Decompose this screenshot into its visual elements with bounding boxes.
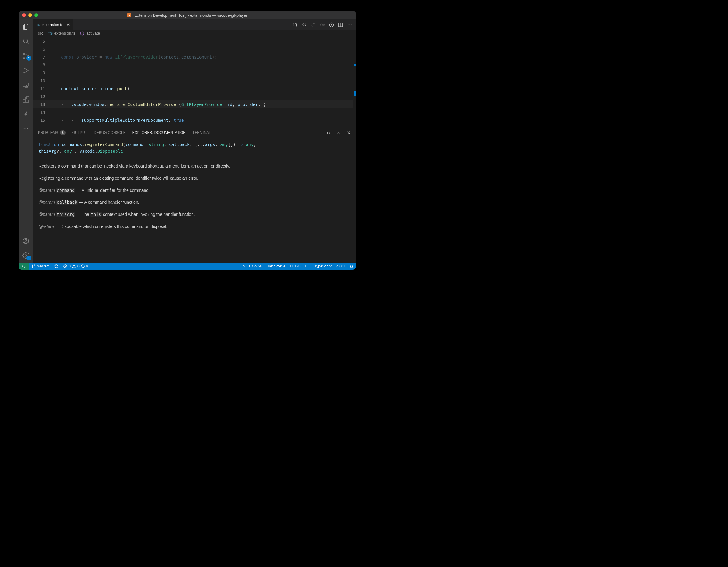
svg-point-2 (23, 57, 25, 59)
breadcrumb-file[interactable]: extension.ts (54, 31, 75, 36)
svg-point-28 (32, 267, 33, 268)
window-title: T [Extension Development Host] - extensi… (19, 13, 356, 18)
editor-actions (289, 19, 356, 30)
doc-return: @return — Disposable which unregisters t… (39, 223, 351, 230)
azure-activity[interactable] (19, 107, 33, 121)
signature: function commands.registerCommand(comman… (39, 141, 351, 154)
remote-indicator[interactable] (19, 263, 29, 270)
minimize-window[interactable] (28, 13, 32, 17)
svg-point-4 (23, 72, 24, 73)
panel-tab-problems[interactable]: PROBLEMS 8 (38, 127, 66, 138)
minimap[interactable] (353, 37, 356, 127)
svg-rect-10 (26, 97, 29, 99)
doc-description: Registering a command with an existing c… (39, 175, 351, 182)
svg-point-0 (23, 39, 28, 43)
breadcrumb-symbol[interactable]: activate (86, 31, 100, 36)
file-icon: T (127, 13, 131, 17)
svg-point-18 (296, 25, 297, 27)
window-title-text: [Extension Development Host] - extension… (133, 13, 247, 18)
status-indentation[interactable]: Tab Size: 4 (265, 263, 287, 270)
settings-badge: 1 (26, 256, 31, 260)
tab-extension-ts[interactable]: TS extension.ts ✕ (33, 19, 73, 30)
account-icon (22, 237, 29, 245)
run-debug-activity[interactable] (19, 63, 33, 78)
svg-point-20 (320, 24, 323, 26)
compare-changes-icon[interactable] (292, 22, 298, 28)
search-icon (22, 38, 29, 45)
current-line-highlight (33, 100, 353, 108)
code-editor[interactable]: 5678910111213141516 const provider = new… (33, 37, 356, 127)
error-icon (63, 264, 67, 268)
bottom-panel: PROBLEMS 8 OUTPUT DEBUG CONSOLE EXPLORER… (33, 127, 356, 263)
typescript-icon: TS (36, 23, 40, 27)
remote-explorer-icon (22, 81, 29, 89)
status-sync[interactable] (52, 263, 61, 270)
line-gutter: 5678910111213141516 (33, 37, 51, 127)
files-icon (22, 23, 29, 30)
go-back-icon[interactable] (301, 22, 307, 28)
go-last-edit-icon[interactable] (320, 22, 325, 28)
scm-activity[interactable]: 2 (19, 49, 33, 63)
doc-param: @param callback — A command handler func… (39, 199, 351, 206)
doc-param: @param thisArg — The this context used w… (39, 211, 351, 218)
remote-explorer-activity[interactable] (19, 78, 33, 92)
settings-activity[interactable]: 1 (19, 248, 33, 263)
svg-point-11 (24, 128, 25, 129)
status-encoding[interactable]: UTF-8 (288, 263, 303, 270)
svg-point-19 (312, 23, 315, 26)
status-eol[interactable]: LF (303, 263, 312, 270)
minimap-marker (354, 91, 356, 96)
svg-rect-7 (23, 97, 26, 99)
info-icon (81, 264, 85, 268)
code-content[interactable]: const provider = new GifPlayerProvider(c… (51, 37, 353, 127)
breadcrumb-src[interactable]: src (38, 31, 43, 36)
panel-tab-explorer-documentation[interactable]: EXPLORER: DOCUMENTATION (132, 127, 186, 138)
panel-tab-terminal[interactable]: TERMINAL (192, 127, 211, 138)
panel-tab-output[interactable]: OUTPUT (72, 127, 87, 138)
close-panel-icon[interactable] (346, 130, 351, 135)
pin-icon[interactable] (326, 130, 331, 135)
chevron-right-icon: › (45, 31, 46, 36)
go-forward-icon[interactable] (311, 22, 316, 28)
more-activity[interactable] (19, 121, 33, 136)
vscode-window: T [Extension Development Host] - extensi… (19, 11, 356, 270)
status-language[interactable]: TypeScript (312, 263, 334, 270)
bell-icon (349, 264, 354, 268)
title-bar[interactable]: T [Extension Development Host] - extensi… (19, 11, 356, 19)
debug-icon (22, 67, 29, 74)
close-window[interactable] (22, 13, 26, 17)
problems-count-badge: 8 (60, 130, 66, 135)
panel-tab-debug-console[interactable]: DEBUG CONSOLE (94, 127, 126, 138)
svg-point-16 (25, 255, 27, 256)
extensions-icon (22, 96, 29, 103)
doc-description: Registers a command that can be invoked … (39, 163, 351, 170)
git-branch-icon (31, 264, 36, 268)
accounts-activity[interactable] (19, 234, 33, 248)
status-notifications[interactable] (347, 263, 356, 270)
svg-point-26 (351, 24, 352, 25)
window-controls (22, 13, 38, 17)
explorer-activity[interactable] (19, 19, 33, 34)
status-ts-version[interactable]: 4.0.3 (334, 263, 347, 270)
sync-icon (54, 264, 58, 268)
chevron-up-icon[interactable] (336, 130, 341, 135)
svg-rect-9 (26, 100, 29, 102)
svg-point-15 (25, 239, 27, 241)
tab-close-icon[interactable]: ✕ (66, 22, 70, 28)
svg-point-1 (23, 53, 25, 55)
split-editor-icon[interactable] (338, 22, 343, 28)
zoom-window[interactable] (34, 13, 38, 17)
scm-badge: 2 (26, 56, 31, 61)
run-file-icon[interactable] (329, 22, 334, 28)
svg-point-24 (348, 24, 349, 25)
editor-tabs: TS extension.ts ✕ (33, 19, 356, 30)
status-problems[interactable]: 0 0 8 (61, 263, 90, 270)
breadcrumb[interactable]: src › TS extension.ts › activate (33, 30, 356, 37)
search-activity[interactable] (19, 34, 33, 49)
extensions-activity[interactable] (19, 92, 33, 107)
documentation-panel: function commands.registerCommand(comman… (33, 138, 356, 263)
more-actions-icon[interactable] (347, 22, 352, 28)
status-cursor-position[interactable]: Ln 13, Col 28 (238, 263, 265, 270)
svg-point-17 (293, 23, 294, 24)
status-branch[interactable]: master* (29, 263, 52, 270)
